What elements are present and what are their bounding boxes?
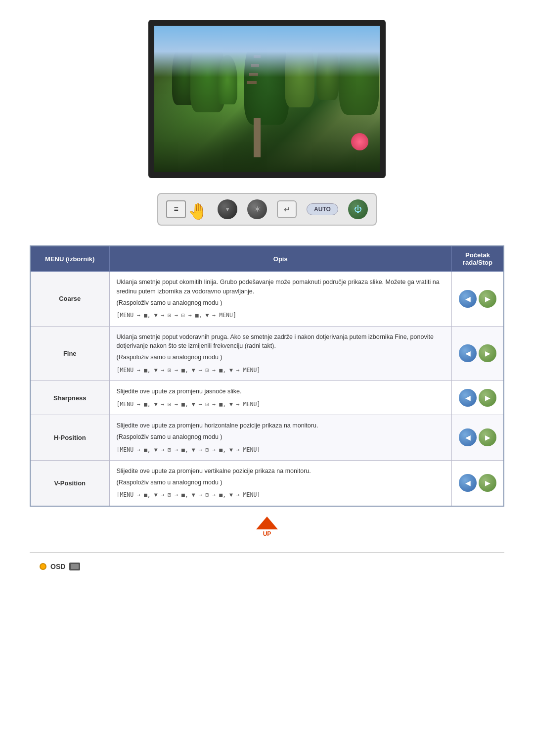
down-arrow-button[interactable]: ▼ (218, 199, 237, 219)
up-arrow: UP (256, 517, 278, 537)
up-triangle-icon (256, 517, 278, 529)
table-row: SharpnessSlijedite ove upute za promjenu… (30, 381, 504, 415)
monitor-screen (154, 26, 380, 172)
row-btns-v-position: ◀▶ (452, 460, 504, 506)
table-row: CoarseUklanja smetnje poput okomitih lin… (30, 272, 504, 327)
prev-button[interactable]: ◀ (459, 474, 477, 492)
next-button[interactable]: ▶ (479, 389, 496, 407)
row-label-fine: Fine (30, 326, 109, 381)
next-button[interactable]: ▶ (479, 344, 496, 362)
header-opis: Opis (109, 246, 452, 272)
monitor-section (30, 20, 504, 178)
header-start: Početak rada/Stop (452, 246, 504, 272)
table-row: FineUklanja smetnje poput vodoravnih pru… (30, 326, 504, 381)
row-desc-sharpness: Slijedite ove upute za promjenu jasnoće … (109, 381, 452, 415)
osd-indicator (40, 563, 46, 570)
row-btns-h-position: ◀▶ (452, 415, 504, 461)
row-btns-sharpness: ◀▶ (452, 381, 504, 415)
power-button[interactable]: ⏻ (348, 199, 368, 219)
row-desc-coarse: Uklanja smetnje poput okomitih linija. G… (109, 272, 452, 327)
header-menu: MENU (izbornik) (30, 246, 109, 272)
row-label-sharpness: Sharpness (30, 381, 109, 415)
feature-table: MENU (izbornik) Opis Početak rada/Stop C… (30, 245, 504, 507)
auto-button[interactable]: AUTO (307, 203, 338, 215)
table-row: V-PositionSlijedite ove upute za promjen… (30, 460, 504, 506)
row-label-v-position: V-Position (30, 460, 109, 506)
osd-display-icon (69, 563, 80, 570)
prev-button[interactable]: ◀ (459, 389, 477, 407)
menu-button[interactable]: ≡ (166, 200, 186, 218)
row-label-h-position: H-Position (30, 415, 109, 461)
row-desc-v-position: Slijedite ove upute za promjenu vertikal… (109, 460, 452, 506)
prev-button[interactable]: ◀ (459, 428, 477, 446)
next-button[interactable]: ▶ (479, 290, 496, 308)
row-desc-fine: Uklanja smetnje poput vodoravnih pruga. … (109, 326, 452, 381)
row-btns-coarse: ◀▶ (452, 272, 504, 327)
osd-label: OSD (50, 563, 65, 570)
up-label: UP (263, 530, 271, 537)
osd-section: OSD (30, 563, 504, 570)
row-btns-fine: ◀▶ (452, 326, 504, 381)
hand-cursor-icon: 🤚 (188, 202, 208, 221)
enter-button[interactable]: ↵ (277, 200, 297, 218)
prev-button[interactable]: ◀ (459, 344, 477, 362)
up-arrow-section: UP (30, 517, 504, 537)
brightness-button[interactable]: ✶ (247, 199, 267, 219)
row-label-coarse: Coarse (30, 272, 109, 327)
controls-section: ≡ 🤚 ▼ ✶ ↵ AUTO ⏻ (30, 193, 504, 226)
monitor-image (148, 20, 386, 178)
table-row: H-PositionSlijedite ove upute za promjen… (30, 415, 504, 461)
section-divider (30, 552, 504, 553)
next-button[interactable]: ▶ (479, 474, 496, 492)
controls-bar: ≡ 🤚 ▼ ✶ ↵ AUTO ⏻ (157, 193, 377, 226)
next-button[interactable]: ▶ (479, 428, 496, 446)
row-desc-h-position: Slijedite ove upute za promjenu horizont… (109, 415, 452, 461)
prev-button[interactable]: ◀ (459, 290, 477, 308)
